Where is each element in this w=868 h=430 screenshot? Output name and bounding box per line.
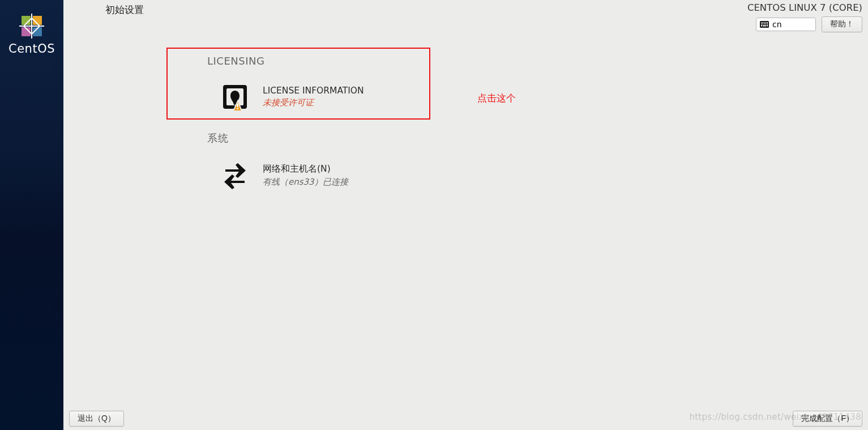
keyboard-icon: [760, 21, 769, 28]
license-information-spoke[interactable]: LICENSE INFORMATION 未接受许可证: [220, 82, 868, 112]
svg-rect-20: [767, 25, 768, 27]
svg-rect-8: [761, 22, 762, 23]
section-heading-licensing: LICENSING: [207, 55, 868, 67]
network-spoke-title: 网络和主机名(N): [263, 163, 348, 175]
sidebar: CentOS: [0, 0, 63, 430]
network-icon: [220, 160, 250, 190]
help-button[interactable]: 帮助！: [822, 16, 862, 32]
os-title: CENTOS LINUX 7 (CORE): [747, 2, 862, 13]
svg-rect-9: [763, 22, 764, 23]
svg-rect-24: [237, 108, 238, 110]
bottombar: 退出（Q） 完成配置（F）: [63, 407, 868, 430]
centos-logo-text: CentOS: [8, 42, 55, 56]
svg-rect-13: [761, 24, 762, 25]
network-hostname-spoke[interactable]: 网络和主机名(N) 有线（ens33）已连接: [220, 160, 868, 190]
centos-logo: CentOS: [8, 12, 55, 56]
topbar: 初始设置 CENTOS LINUX 7 (CORE) cn: [63, 0, 868, 32]
finish-configuration-button[interactable]: 完成配置（F）: [793, 411, 862, 427]
page-title: 初始设置: [105, 2, 144, 16]
svg-rect-16: [766, 24, 767, 25]
license-icon: [220, 82, 250, 112]
svg-rect-18: [761, 25, 762, 27]
quit-button[interactable]: 退出（Q）: [69, 411, 124, 427]
network-spoke-status: 有线（ens33）已连接: [263, 177, 348, 188]
keyboard-layout-code: cn: [772, 20, 782, 29]
svg-rect-15: [764, 24, 765, 25]
svg-rect-12: [767, 22, 768, 23]
svg-rect-17: [767, 24, 768, 25]
svg-rect-14: [763, 24, 764, 25]
license-spoke-status: 未接受许可证: [263, 97, 364, 108]
svg-rect-23: [237, 104, 238, 107]
main-area: 初始设置 CENTOS LINUX 7 (CORE) cn: [63, 0, 868, 430]
section-heading-system: 系统: [207, 131, 868, 145]
centos-logo-icon: [18, 12, 45, 40]
svg-rect-19: [763, 25, 766, 27]
svg-rect-10: [764, 22, 765, 23]
license-spoke-title: LICENSE INFORMATION: [263, 86, 364, 96]
svg-rect-11: [766, 22, 767, 23]
keyboard-layout-selector[interactable]: cn: [756, 18, 816, 31]
